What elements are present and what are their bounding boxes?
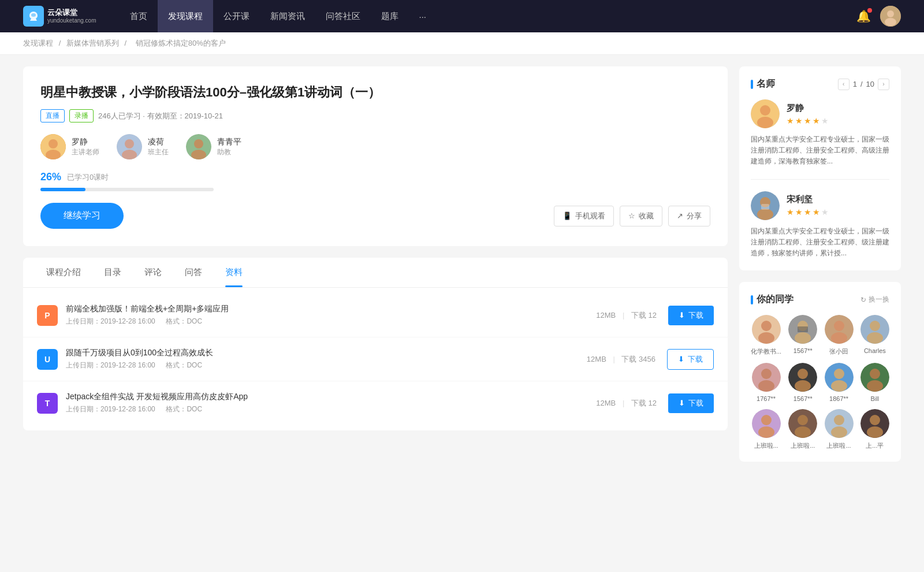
svg-point-53 xyxy=(831,426,847,438)
nav-item-discover[interactable]: 发现课程 xyxy=(158,0,213,32)
file-item-1: U 跟随千万级项目从0到100全过程高效成长 上传日期：2019-12-28 1… xyxy=(23,337,728,381)
content-area: 明星中教授课，小学阶段语法100分–强化级第1讲动词（一） 直播 录播 246人… xyxy=(23,66,728,473)
teacher-item-0: 罗静 ★ ★ ★ ★ ★ 国内某重点大学安全工程专业硕士，国家一级注册消防工程师… xyxy=(751,99,889,180)
student-item-10: 上班啦... xyxy=(824,409,853,450)
nav-items: 首页 发现课程 公开课 新闻资讯 问答社区 题库 ··· xyxy=(120,0,856,32)
notification-bell[interactable]: 🔔 xyxy=(856,9,871,23)
progress-bar-fill xyxy=(40,188,85,191)
mobile-watch-button[interactable]: 📱 手机观看 xyxy=(554,206,614,226)
svg-point-56 xyxy=(867,426,883,438)
course-actions: 继续学习 📱 手机观看 ☆ 收藏 ↗ 分享 xyxy=(40,203,710,229)
progress-section: 26% 已学习0课时 xyxy=(40,171,710,191)
nav-item-qa[interactable]: 问答社区 xyxy=(315,0,371,32)
svg-point-55 xyxy=(870,415,880,425)
logo-subtext: yundouketang.com xyxy=(47,17,96,24)
svg-point-43 xyxy=(870,369,880,379)
student-item-6: 1867** xyxy=(824,363,853,402)
file-name-2: Jetpack全组件实战 开发短视频应用高仿皮皮虾App xyxy=(66,392,596,402)
tag-recorded: 录播 xyxy=(69,109,94,122)
file-name-1: 跟随千万级项目从0到100全过程高效成长 xyxy=(66,348,587,358)
student-item-8: 上班啦... xyxy=(751,409,781,450)
progress-bar-bg xyxy=(40,188,214,191)
download-button-0[interactable]: ⬇ 下载 xyxy=(668,306,714,325)
student-name-5: 1567** xyxy=(793,395,813,402)
file-icon-2: T xyxy=(37,393,58,414)
student-name-4: 1767** xyxy=(757,395,776,402)
tab-catalog[interactable]: 目录 xyxy=(92,258,133,287)
collect-button[interactable]: ☆ 收藏 xyxy=(620,206,662,226)
tab-qa[interactable]: 问答 xyxy=(173,258,214,287)
teachers-pager: ‹ 1 / 10 › xyxy=(838,79,889,90)
teacher-avatar-1 xyxy=(751,191,780,220)
breadcrumb-series[interactable]: 新媒体营销系列 xyxy=(66,39,119,47)
svg-point-28 xyxy=(834,321,844,331)
file-icon-1: U xyxy=(37,349,58,370)
course-tags: 直播 录播 246人已学习 · 有效期至：2019-10-21 xyxy=(40,109,710,122)
teacher-desc-0: 国内某重点大学安全工程专业硕士，国家一级注册消防工程师、注册安全工程师、高级注册… xyxy=(751,134,889,168)
svg-point-34 xyxy=(761,369,772,379)
pager-prev[interactable]: ‹ xyxy=(838,79,850,90)
course-instructors: 罗静 主讲老师 凌荷 班主任 xyxy=(40,134,710,159)
svg-point-14 xyxy=(760,105,770,116)
mobile-icon: 📱 xyxy=(562,211,572,220)
svg-rect-26 xyxy=(798,326,808,332)
teacher-stars-1: ★ ★ ★ ★ ★ xyxy=(787,207,829,217)
pager-current: 1 xyxy=(853,80,857,88)
svg-point-52 xyxy=(834,415,844,425)
course-title: 明星中教授课，小学阶段语法100分–强化级第1讲动词（一） xyxy=(40,84,710,101)
svg-point-25 xyxy=(795,332,811,344)
download-button-2[interactable]: ⬇ 下载 xyxy=(668,393,714,413)
teachers-card-title: 名师 xyxy=(751,78,775,90)
teacher-desc-1: 国内某重点大学安全工程专业硕士，国家一级注册消防工程师、注册安全工程师、级注册建… xyxy=(751,226,889,259)
student-item-4: 1767** xyxy=(751,363,781,402)
nav-item-home[interactable]: 首页 xyxy=(120,0,158,32)
instructor-1: 凌荷 班主任 xyxy=(117,134,169,159)
svg-point-22 xyxy=(758,332,774,344)
share-button[interactable]: ↗ 分享 xyxy=(668,206,710,226)
pager-total: 10 xyxy=(866,80,874,88)
nav-item-open[interactable]: 公开课 xyxy=(213,0,260,32)
svg-point-40 xyxy=(834,369,844,379)
tabs-header: 课程介绍 目录 评论 问答 资料 xyxy=(23,258,728,288)
file-stats-1: 12MB | 下载 3456 xyxy=(587,354,655,365)
continue-button[interactable]: 继续学习 xyxy=(40,203,124,229)
svg-point-3 xyxy=(885,18,896,26)
student-item-0: 化学教书... xyxy=(751,315,781,356)
instructor-name-0: 罗静 xyxy=(72,137,99,147)
student-name-3: Charles xyxy=(864,347,886,354)
svg-point-29 xyxy=(831,332,847,344)
nav-item-news[interactable]: 新闻资讯 xyxy=(260,0,315,32)
tag-live: 直播 xyxy=(40,109,65,122)
nav-item-more[interactable]: ··· xyxy=(409,0,437,32)
tab-reviews[interactable]: 评论 xyxy=(133,258,173,287)
breadcrumb-discover[interactable]: 发现课程 xyxy=(23,39,53,47)
file-stats-0: 12MB | 下载 12 xyxy=(596,310,657,321)
instructor-avatar-0 xyxy=(40,134,66,159)
students-title: 你的同学 xyxy=(751,294,793,306)
student-name-2: 张小田 xyxy=(829,347,848,356)
download-button-1[interactable]: ⬇ 下载 xyxy=(667,349,714,370)
teacher-item-1: 宋利坚 ★ ★ ★ ★ ★ 国内某重点大学安全工程专业硕士，国家一级注册消防工程… xyxy=(751,191,889,259)
svg-point-18 xyxy=(757,209,773,220)
download-icon-1: ⬇ xyxy=(678,355,684,363)
svg-point-46 xyxy=(761,415,772,425)
pager-next[interactable]: › xyxy=(878,79,889,90)
nav-item-quiz[interactable]: 题库 xyxy=(371,0,409,32)
file-name-0: 前端全栈加强版！前端全栈+全周期+多端应用 xyxy=(66,304,596,314)
refresh-button[interactable]: ↻ 换一换 xyxy=(860,295,889,304)
tab-materials[interactable]: 资料 xyxy=(214,258,254,287)
navigation: 云朵课堂 yundouketang.com 首页 发现课程 公开课 新闻资讯 问… xyxy=(0,0,924,32)
svg-point-50 xyxy=(795,426,811,438)
star-icon: ☆ xyxy=(628,211,635,220)
student-name-11: 上...平 xyxy=(866,441,884,450)
logo[interactable]: 云朵课堂 yundouketang.com xyxy=(23,6,96,27)
student-item-11: 上...平 xyxy=(860,409,889,450)
svg-point-5 xyxy=(49,139,58,148)
svg-point-32 xyxy=(867,332,883,344)
notification-dot xyxy=(867,8,872,13)
tab-intro[interactable]: 课程介绍 xyxy=(35,258,92,287)
user-avatar[interactable] xyxy=(880,6,901,27)
file-item-2: T Jetpack全组件实战 开发短视频应用高仿皮皮虾App 上传日期：2019… xyxy=(23,381,728,425)
download-icon-2: ⬇ xyxy=(679,399,685,407)
student-item-5: 1567** xyxy=(788,363,817,402)
